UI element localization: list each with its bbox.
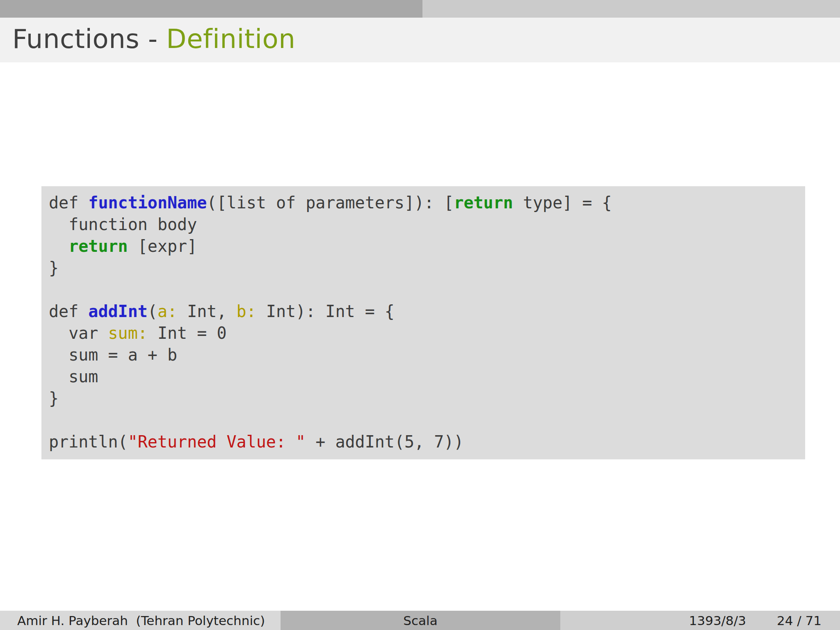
code-token: b: (237, 302, 256, 321)
code-line: sum (49, 366, 805, 388)
code-line: } (49, 257, 805, 279)
code-token: "Returned Value: " (128, 432, 306, 451)
code-token: ([list of parameters]): [ (207, 193, 454, 212)
code-token: ( (148, 302, 158, 321)
footer-bar: Amir H. Payberah (Tehran Polytechnic) Sc… (0, 611, 840, 630)
code-line (49, 409, 805, 431)
code-token: functionName (88, 193, 207, 212)
footer-date-page-segment: 1393/8/3 24 / 71 (560, 611, 840, 630)
code-line: function body (49, 214, 805, 235)
footer-date: 1393/8/3 (689, 613, 746, 628)
footer-page-number: 24 / 71 (777, 613, 822, 628)
code-token: var (49, 324, 108, 342)
page-title-main: Functions - (12, 24, 166, 54)
footer-deck-title: Scala (403, 613, 437, 628)
code-token: type] = { (513, 193, 612, 212)
code-token: return (68, 237, 128, 256)
code-line (49, 279, 805, 301)
code-token: Int, (177, 302, 237, 321)
code-token: } (49, 389, 59, 408)
code-line: var sum: Int = 0 (49, 322, 805, 344)
frame-title-bar: Functions - Definition (0, 18, 840, 62)
code-token (49, 237, 68, 256)
code-token: return (454, 193, 513, 212)
code-line: return [expr] (49, 235, 805, 257)
code-token: function body (49, 215, 197, 234)
top-bar (0, 0, 840, 18)
code-block: def functionName([list of parameters]): … (41, 186, 805, 459)
code-token: Int): Int = { (256, 302, 395, 321)
footer-author-segment: Amir H. Payberah (Tehran Polytechnic) (0, 611, 281, 630)
code-token: addInt (88, 302, 148, 321)
code-token: def (49, 302, 88, 321)
code-token: def (49, 193, 88, 212)
code-line: println("Returned Value: " + addInt(5, 7… (49, 431, 805, 453)
code-token: sum = a + b (49, 345, 177, 364)
code-line: def addInt(a: Int, b: Int): Int = { (49, 301, 805, 322)
footer-author: Amir H. Payberah (Tehran Polytechnic) (17, 613, 265, 628)
code-token: a: (158, 302, 177, 321)
footer-deck-title-segment: Scala (281, 611, 560, 630)
code-token: [expr] (128, 237, 197, 256)
code-token: + addInt(5, 7)) (306, 432, 463, 451)
code-line: def functionName([list of parameters]): … (49, 192, 805, 214)
code-token: sum: (108, 324, 148, 342)
top-bar-right-segment (422, 0, 840, 18)
presentation-slide: Functions - Definition def functionName(… (0, 0, 840, 630)
page-title-accent: Definition (166, 24, 295, 54)
page-title: Functions - Definition (0, 24, 295, 57)
code-line: } (49, 388, 805, 409)
code-token: } (49, 258, 59, 277)
code-token: Int = 0 (148, 324, 227, 342)
code-line: sum = a + b (49, 344, 805, 366)
code-token: println( (49, 432, 128, 451)
top-bar-left-segment (0, 0, 422, 18)
code-token: sum (49, 367, 98, 386)
